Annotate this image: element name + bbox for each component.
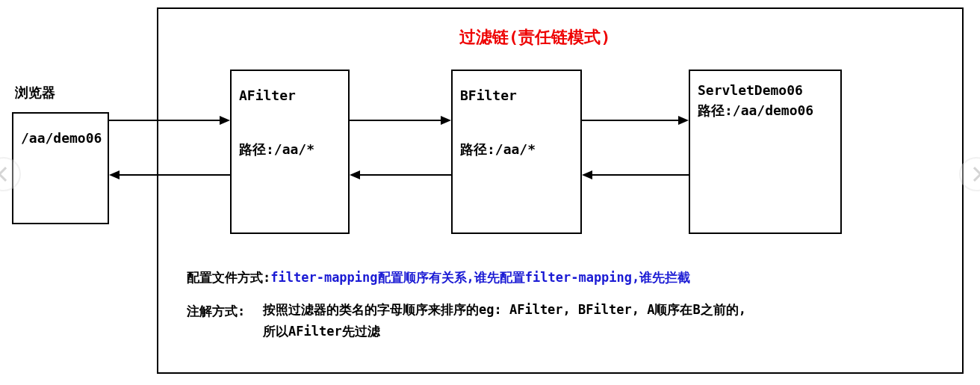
afilter-box: AFilter 路径:/aa/*	[230, 70, 350, 234]
arrow-afilter-to-bfilter	[350, 120, 442, 121]
servlet-path: 路径:/aa/demo06	[698, 100, 833, 120]
arrow-head-icon	[220, 116, 230, 125]
browser-box: /aa/demo06	[12, 112, 109, 224]
arrow-head-icon	[582, 170, 592, 179]
arrow-bfilter-to-servlet	[582, 120, 680, 121]
afilter-name: AFilter	[239, 82, 341, 109]
bfilter-box: BFilter 路径:/aa/*	[451, 70, 582, 234]
arrow-head-icon	[441, 116, 451, 125]
config-note-text: filter-mapping配置顺序有关系,谁先配置filter-mapping…	[270, 270, 690, 285]
bfilter-path: 路径:/aa/*	[460, 136, 573, 163]
annotation-note-text2: 所以AFilter先过滤	[263, 323, 380, 340]
config-note-label: 配置文件方式:	[187, 270, 270, 285]
annotation-note: 注解方式:	[187, 303, 245, 320]
servlet-name: ServletDemo06	[698, 80, 833, 100]
browser-path: /aa/demo06	[13, 114, 108, 163]
arrow-head-icon	[109, 170, 120, 179]
afilter-path: 路径:/aa/*	[239, 136, 341, 163]
bfilter-name: BFilter	[460, 82, 573, 109]
annotation-note-label: 注解方式:	[187, 304, 245, 318]
diagram-title: 过滤链(责任链模式)	[459, 26, 611, 49]
arrow-servlet-to-bfilter	[592, 174, 689, 176]
annotation-note-text1: 按照过滤器的类名的字母顺序来排序的eg: AFilter, BFilter, A…	[263, 301, 746, 318]
arrow-head-icon	[350, 170, 360, 179]
servlet-box: ServletDemo06 路径:/aa/demo06	[689, 70, 842, 234]
chevron-left-icon	[0, 167, 13, 182]
diagram-canvas: 过滤链(责任链模式) 浏览器 /aa/demo06 AFilter 路径:/aa…	[0, 0, 980, 385]
arrow-bfilter-to-afilter	[360, 174, 451, 176]
browser-label: 浏览器	[15, 84, 55, 102]
arrow-browser-to-afilter	[109, 120, 221, 121]
arrow-head-icon	[678, 116, 689, 125]
config-note: 配置文件方式:filter-mapping配置顺序有关系,谁先配置filter-…	[187, 269, 690, 286]
arrow-afilter-to-browser	[120, 174, 230, 176]
chevron-right-icon	[967, 167, 980, 182]
